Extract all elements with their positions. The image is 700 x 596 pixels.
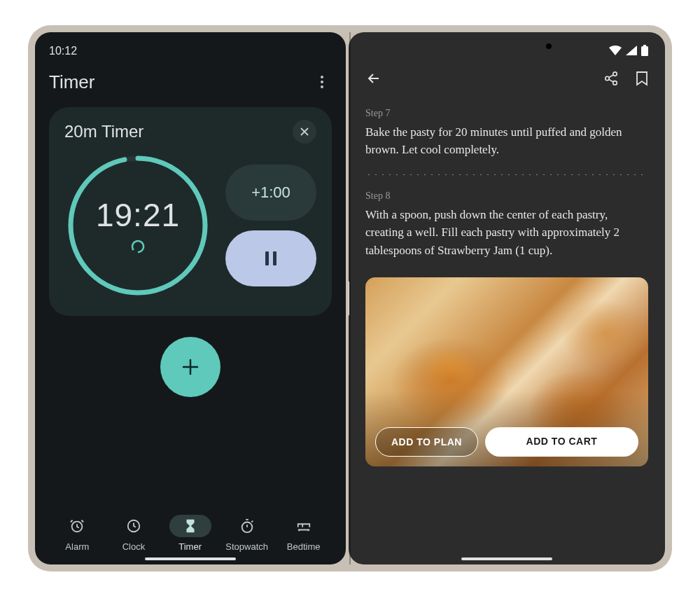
nav-stopwatch[interactable]: Stopwatch [220, 512, 274, 555]
nav-timer[interactable]: Timer [164, 512, 217, 555]
step-divider [365, 174, 648, 175]
hourglass-icon [183, 518, 198, 534]
delete-timer-button[interactable] [293, 120, 316, 144]
gesture-bar[interactable] [461, 557, 552, 560]
nav-label: Bedtime [287, 541, 321, 552]
reset-icon[interactable] [130, 238, 146, 255]
step-7-label: Step 7 [365, 108, 648, 119]
step-8-text: With a spoon, push down the center of ea… [365, 206, 648, 260]
timer-remaining[interactable]: 19:21 [96, 196, 180, 234]
clock-icon [126, 518, 141, 534]
timer-progress-ring: 19:21 [64, 152, 211, 299]
share-button[interactable] [603, 71, 619, 89]
svg-rect-11 [643, 45, 646, 46]
page-title: Timer [49, 71, 94, 93]
recipe-header [365, 70, 648, 90]
svg-point-14 [613, 81, 617, 85]
more-options-button[interactable] [312, 72, 332, 92]
bedtime-icon [296, 518, 312, 534]
timer-card: 20m Timer 19:21 [49, 107, 332, 316]
nav-label: Clock [122, 541, 146, 552]
signal-icon [626, 46, 637, 55]
recipe-image: ADD TO PLAN ADD TO CART [365, 277, 648, 466]
nav-label: Stopwatch [225, 541, 268, 552]
nav-label: Alarm [65, 541, 89, 552]
add-minute-button[interactable]: +1:00 [225, 165, 316, 221]
svg-point-13 [606, 76, 610, 81]
timer-name[interactable]: 20m Timer [64, 122, 144, 141]
bookmark-button[interactable] [636, 71, 648, 89]
svg-point-12 [613, 71, 617, 76]
svg-rect-5 [265, 251, 269, 265]
nav-label: Timer [178, 541, 202, 552]
gesture-bar[interactable] [145, 557, 236, 560]
svg-point-1 [321, 81, 323, 83]
nav-bedtime[interactable]: Bedtime [277, 512, 330, 555]
clock-app-screen: 10:12 Timer 20m Timer [35, 32, 346, 564]
step-8-label: Step 8 [365, 190, 648, 202]
wifi-icon [609, 46, 622, 55]
app-header: Timer [49, 71, 332, 93]
pause-button[interactable] [225, 230, 316, 286]
svg-rect-10 [641, 46, 648, 56]
add-to-plan-button[interactable]: ADD TO PLAN [375, 427, 478, 457]
foldable-device-frame: 10:12 Timer 20m Timer [28, 25, 672, 571]
svg-rect-6 [273, 251, 276, 265]
back-button[interactable] [365, 70, 382, 90]
status-bar-time: 10:12 [49, 45, 332, 57]
add-to-cart-button[interactable]: ADD TO CART [485, 427, 638, 457]
recipe-app-screen: Step 7 Bake the pasty for 20 minutes unt… [349, 32, 665, 564]
battery-icon [641, 45, 648, 56]
nav-alarm[interactable]: Alarm [50, 512, 104, 555]
nav-clock[interactable]: Clock [107, 512, 160, 555]
add-timer-fab[interactable] [160, 337, 220, 397]
svg-point-9 [241, 522, 252, 532]
status-bar-right [365, 45, 648, 56]
svg-point-2 [321, 85, 323, 88]
camera-cutout [546, 43, 552, 49]
stopwatch-icon [239, 518, 255, 534]
device-hinge [349, 32, 351, 564]
step-7-text: Bake the pasty for 20 minutes until puff… [365, 123, 648, 159]
svg-point-0 [321, 76, 323, 78]
alarm-icon [69, 518, 85, 534]
bottom-navigation: Alarm Clock Timer Stopwatch [49, 505, 332, 555]
